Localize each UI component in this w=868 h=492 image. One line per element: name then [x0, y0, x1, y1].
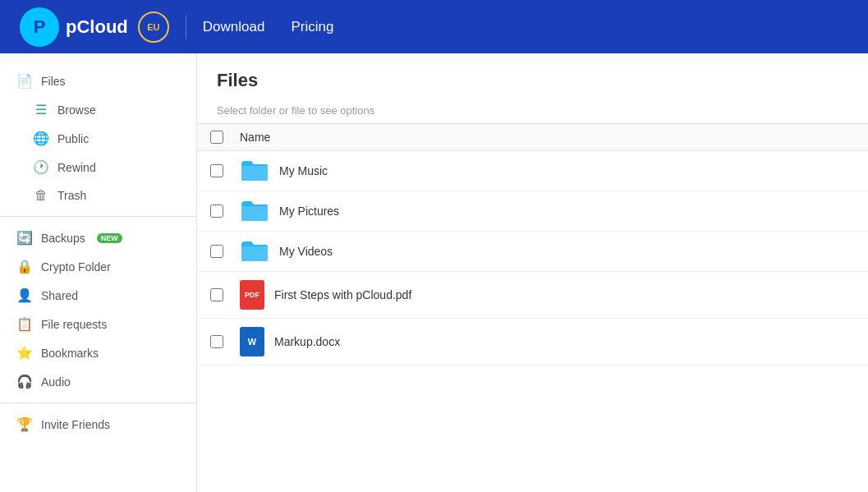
sidebar-label-files: Files [41, 75, 66, 88]
file-name: My Videos [279, 245, 333, 258]
public-icon: 🌐 [33, 131, 49, 146]
sidebar-item-backups[interactable]: 🔄 Backups NEW [0, 223, 196, 252]
file-icon: 📄 [16, 73, 33, 89]
browse-icon: ☰ [33, 102, 49, 117]
table-row[interactable]: PDF First Steps with pCloud.pdf [197, 272, 868, 319]
select-all-checkbox[interactable] [210, 131, 223, 144]
sidebar-item-shared[interactable]: 👤 Shared [0, 281, 196, 310]
row-check-col [210, 164, 240, 177]
logo-text: pCloud [66, 16, 128, 38]
file-requests-icon: 📋 [16, 316, 33, 332]
eu-badge: EU [138, 11, 169, 43]
sidebar-label-crypto: Crypto Folder [41, 260, 111, 274]
sidebar-label-bookmarks: Bookmarks [41, 347, 99, 360]
sidebar-item-file-requests[interactable]: 📋 File requests [0, 310, 196, 338]
select-hint: Select folder or file to see options [197, 98, 868, 124]
trash-icon: 🗑 [33, 188, 49, 203]
row-checkbox[interactable] [210, 205, 223, 218]
folder-icon [240, 200, 269, 223]
folder-icon [240, 159, 269, 182]
sidebar-label-file-requests: File requests [41, 318, 107, 331]
file-name-col: PDF First Steps with pCloud.pdf [240, 280, 855, 310]
shared-icon: 👤 [16, 287, 33, 303]
row-check-col [210, 335, 240, 348]
invite-icon: 🏆 [16, 416, 33, 432]
file-name-col: My Videos [240, 240, 855, 263]
table-header-row: Name [197, 124, 868, 151]
row-check-col [210, 288, 240, 301]
sidebar-label-trash: Trash [57, 189, 86, 202]
sidebar-label-rewind: Rewind [57, 161, 96, 174]
new-badge: NEW [97, 233, 122, 243]
sidebar-item-rewind[interactable]: 🕐 Rewind [0, 153, 196, 182]
file-name: Markup.docx [274, 335, 340, 348]
main-layout: 📄 Files ☰ Browse 🌐 Public 🕐 Rewind 🗑 Tra… [0, 53, 868, 492]
nav-pricing[interactable]: Pricing [291, 19, 333, 35]
sidebar-label-backups: Backups [41, 232, 85, 245]
file-name-col: My Music [240, 159, 855, 182]
row-check-col [210, 245, 240, 258]
sidebar-divider-2 [0, 402, 196, 403]
sidebar-item-files[interactable]: 📄 Files [0, 67, 196, 95]
table-row[interactable]: W Markup.docx [197, 319, 868, 366]
sidebar-item-public[interactable]: 🌐 Public [0, 124, 196, 153]
header-name-col: Name [240, 131, 855, 144]
sidebar-item-browse[interactable]: ☰ Browse [0, 95, 196, 124]
row-checkbox[interactable] [210, 245, 223, 258]
crypto-icon: 🔒 [16, 259, 33, 274]
header-check-col [210, 131, 240, 144]
sidebar-label-audio: Audio [41, 375, 71, 389]
folder-icon [240, 240, 269, 263]
bookmarks-icon: ⭐ [16, 345, 33, 361]
backups-icon: 🔄 [16, 230, 33, 246]
logo-area: P pCloud [20, 7, 128, 47]
table-row[interactable]: My Videos [197, 232, 868, 272]
sidebar-divider-1 [0, 216, 196, 217]
row-checkbox[interactable] [210, 288, 223, 301]
row-check-col [210, 205, 240, 218]
file-table: Name My Music [197, 124, 868, 492]
file-name: First Steps with pCloud.pdf [274, 288, 411, 301]
rewind-icon: 🕐 [33, 159, 49, 175]
header: P pCloud EU Download Pricing [0, 0, 868, 53]
docx-icon: W [240, 327, 264, 356]
logo-icon: P [20, 7, 59, 47]
file-name-col: My Pictures [240, 200, 855, 223]
sidebar-item-audio[interactable]: 🎧 Audio [0, 367, 196, 396]
sidebar-item-trash[interactable]: 🗑 Trash [0, 182, 196, 209]
pdf-icon: PDF [240, 280, 264, 310]
sidebar-label-public: Public [57, 132, 89, 145]
sidebar-label-shared: Shared [41, 289, 78, 302]
page-title: Files [217, 70, 848, 91]
row-checkbox[interactable] [210, 335, 223, 348]
content-area: Files Select folder or file to see optio… [197, 53, 868, 492]
sidebar-item-invite-friends[interactable]: 🏆 Invite Friends [0, 410, 196, 439]
sidebar-item-crypto-folder[interactable]: 🔒 Crypto Folder [0, 252, 196, 281]
header-divider [186, 15, 186, 39]
file-name: My Pictures [279, 205, 339, 218]
sidebar-item-bookmarks[interactable]: ⭐ Bookmarks [0, 338, 196, 367]
sidebar: 📄 Files ☰ Browse 🌐 Public 🕐 Rewind 🗑 Tra… [0, 53, 197, 492]
table-row[interactable]: My Pictures [197, 191, 868, 232]
sidebar-label-browse: Browse [57, 103, 96, 117]
nav-download[interactable]: Download [203, 19, 265, 35]
content-header: Files [197, 53, 868, 98]
row-checkbox[interactable] [210, 164, 223, 177]
file-name: My Music [279, 164, 328, 177]
header-nav: Download Pricing [203, 19, 334, 35]
sidebar-label-invite: Invite Friends [41, 418, 110, 431]
file-name-col: W Markup.docx [240, 327, 855, 356]
table-row[interactable]: My Music [197, 151, 868, 191]
audio-icon: 🎧 [16, 374, 33, 389]
